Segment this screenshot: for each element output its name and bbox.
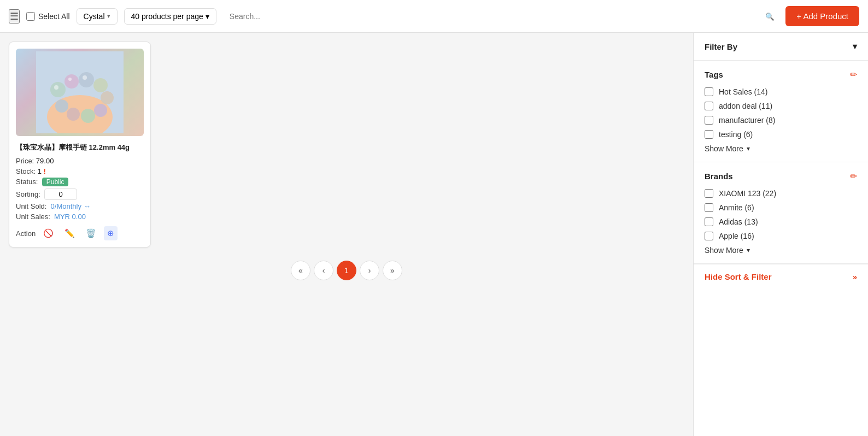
svg-point-10 [55, 99, 68, 113]
tags-title: Tags [705, 70, 723, 79]
testing-checkbox[interactable] [705, 130, 713, 139]
more-action-button[interactable]: ⊕ [104, 226, 118, 240]
hide-filter-button[interactable]: Hide Sort & Filter » [694, 264, 868, 289]
brands-edit-icon[interactable]: ✏ [850, 171, 857, 181]
menu-icon-button[interactable]: ☰ [9, 9, 20, 23]
trash-icon: 🗑️ [86, 228, 96, 238]
search-icon-button[interactable]: 🔍 [765, 12, 775, 20]
price-value: 79.00 [36, 157, 54, 165]
pagination-prev-button[interactable]: ‹ [314, 261, 333, 280]
filter-item[interactable]: manufacturer (8) [705, 116, 857, 125]
svg-point-4 [79, 72, 94, 87]
per-page-dropdown[interactable]: 40 products per page ▾ [124, 8, 216, 25]
product-image [16, 49, 144, 136]
product-stock: Stock: 1 ! [16, 167, 144, 175]
tags-section: Tags ✏ Hot Sales (14) addon deal (11) ma… [694, 61, 868, 162]
search-wrap: 🔍 [223, 8, 779, 25]
action-label: Action [16, 229, 36, 238]
status-badge: Public [42, 178, 69, 186]
store-dropdown[interactable]: Cystal ▾ [77, 8, 118, 25]
hide-action-button[interactable]: 🚫 [40, 226, 57, 240]
unit-sales-value: MYR 0.00 [54, 213, 86, 221]
unit-sold-arrow-icon: ↔ [84, 202, 91, 210]
filter-item[interactable]: Hot Sales (14) [705, 87, 857, 96]
filter-title: Filter By [705, 42, 737, 51]
brands-show-more-button[interactable]: Show More ▾ [705, 246, 750, 255]
hot-sales-checkbox[interactable] [705, 87, 713, 96]
svg-point-7 [94, 104, 107, 117]
pagination-first-button[interactable]: « [291, 261, 310, 280]
filter-sidebar: Filter By ▾ Tags ✏ Hot Sales (14) addon … [693, 33, 868, 436]
store-dropdown-chevron-icon: ▾ [107, 13, 110, 20]
stock-label: Stock: [16, 167, 36, 175]
pagination-next-button[interactable]: › [360, 261, 379, 280]
svg-point-8 [81, 109, 95, 123]
filter-header: Filter By ▾ [694, 33, 868, 61]
xiaomi-checkbox[interactable] [705, 189, 713, 198]
addon-deal-checkbox[interactable] [705, 102, 713, 110]
filter-item[interactable]: Anmite (6) [705, 203, 857, 212]
adidas-checkbox[interactable] [705, 217, 713, 226]
select-all-label: Select All [38, 12, 70, 21]
apple-checkbox[interactable] [705, 232, 713, 240]
anmite-label: Anmite (6) [719, 203, 754, 212]
filter-collapse-chevron-icon: ▾ [853, 42, 857, 51]
addon-deal-label: addon deal (11) [719, 102, 772, 110]
delete-action-button[interactable]: 🗑️ [83, 226, 99, 240]
tags-show-more-button[interactable]: Show More ▾ [705, 144, 750, 153]
filter-item[interactable]: XIAOMI 123 (22) [705, 189, 857, 198]
brands-section: Brands ✏ XIAOMI 123 (22) Anmite (6) Adid… [694, 162, 868, 264]
product-area: 【珠宝水晶】摩根手链 12.2mm 44g Price: 79.00 Stock… [0, 33, 693, 436]
sorting-label: Sorting: [16, 190, 40, 198]
product-status: Status: Public [16, 178, 144, 186]
price-label: Price: [16, 157, 34, 165]
svg-point-11 [54, 85, 58, 90]
filter-item[interactable]: Adidas (13) [705, 217, 857, 226]
manufacturer-label: manufacturer (8) [719, 116, 775, 125]
svg-point-3 [64, 74, 79, 89]
tags-edit-icon[interactable]: ✏ [850, 69, 857, 80]
hot-sales-label: Hot Sales (14) [719, 87, 767, 96]
stock-value: 1 [38, 167, 42, 175]
sorting-input[interactable] [44, 188, 77, 200]
per-page-label: 40 products per page [131, 12, 203, 21]
select-all-wrap: Select All [26, 12, 70, 21]
product-grid: 【珠宝水晶】摩根手链 12.2mm 44g Price: 79.00 Stock… [9, 42, 684, 248]
product-card: 【珠宝水晶】摩根手链 12.2mm 44g Price: 79.00 Stock… [9, 42, 151, 248]
product-sorting: Sorting: [16, 188, 144, 200]
filter-item[interactable]: Apple (16) [705, 232, 857, 240]
manufacturer-checkbox[interactable] [705, 116, 713, 125]
pagination: « ‹ 1 › » [9, 261, 684, 289]
filter-item[interactable]: addon deal (11) [705, 102, 857, 110]
status-label: Status: [16, 178, 38, 186]
product-image-placeholder [16, 49, 144, 136]
pagination-last-button[interactable]: » [383, 261, 402, 280]
tags-show-more-label: Show More [705, 144, 743, 153]
eye-slash-icon: 🚫 [43, 228, 54, 238]
anmite-checkbox[interactable] [705, 203, 713, 212]
add-product-button[interactable]: + Add Product [785, 6, 859, 26]
svg-point-9 [67, 108, 80, 121]
brands-show-more-chevron-icon: ▾ [747, 246, 750, 254]
product-price: Price: 79.00 [16, 157, 144, 165]
edit-action-button[interactable]: ✏️ [61, 226, 78, 240]
product-title: 【珠宝水晶】摩根手链 12.2mm 44g [16, 143, 144, 152]
add-product-label: + Add Product [796, 11, 848, 21]
product-unit-sales: Unit Sales: MYR 0.00 [16, 213, 144, 221]
unit-sold-value: 0/Monthly [51, 202, 81, 210]
brands-show-more-label: Show More [705, 246, 743, 255]
unit-sales-label: Unit Sales: [16, 213, 50, 221]
unit-sold-link[interactable]: 0/Monthly ↔ [51, 202, 91, 210]
select-all-checkbox[interactable] [26, 12, 35, 21]
brands-title: Brands [705, 172, 733, 181]
stock-warning: ! [44, 167, 46, 175]
svg-point-13 [83, 75, 87, 80]
filter-item[interactable]: testing (6) [705, 130, 857, 139]
topbar: ☰ Select All Cystal ▾ 40 products per pa… [0, 0, 868, 33]
product-unit-sold: Unit Sold: 0/Monthly ↔ [16, 202, 144, 210]
pagination-current-button[interactable]: 1 [337, 261, 356, 280]
search-input[interactable] [223, 8, 779, 25]
cursor-icon: ⊕ [107, 228, 114, 238]
tags-show-more-chevron-icon: ▾ [747, 145, 750, 152]
svg-point-5 [93, 78, 108, 92]
